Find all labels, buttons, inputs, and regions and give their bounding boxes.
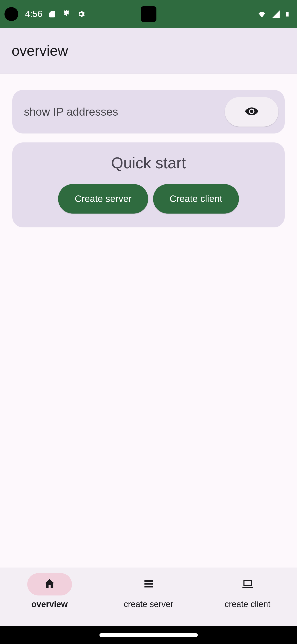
create-client-button[interactable]: Create client — [153, 184, 239, 214]
cell-signal-icon — [272, 10, 281, 18]
gear-bug-icon — [62, 9, 71, 19]
gesture-nav-pill[interactable] — [99, 633, 198, 637]
status-bar: 4:56 — [0, 0, 297, 28]
show-ip-card: show IP addresses — [12, 90, 285, 134]
bottom-nav: overview create server create client — [0, 568, 297, 626]
toggle-ip-visibility-button[interactable] — [225, 97, 279, 126]
eye-icon — [245, 105, 258, 119]
nav-label: create client — [225, 600, 271, 609]
content-area: show IP addresses Quick start Create ser… — [0, 74, 297, 568]
wifi-icon — [256, 10, 268, 18]
quick-start-buttons: Create server Create client — [58, 184, 239, 214]
nav-icon-wrap — [27, 573, 72, 596]
quick-start-card: Quick start Create server Create client — [12, 142, 285, 228]
create-server-button[interactable]: Create server — [58, 184, 148, 214]
gear-small-icon — [77, 10, 85, 18]
nav-item-create-server[interactable]: create server — [99, 573, 198, 626]
quick-start-title: Quick start — [111, 154, 186, 172]
app-bar: overview — [0, 28, 297, 74]
nav-icon-wrap — [225, 573, 270, 596]
status-icons-left — [48, 9, 85, 19]
battery-icon — [285, 9, 290, 19]
gesture-nav-area — [0, 626, 297, 644]
display-notch — [141, 6, 156, 22]
status-time: 4:56 — [25, 9, 42, 19]
page-title: overview — [12, 42, 68, 59]
nav-label: overview — [31, 600, 68, 609]
status-icons-right — [256, 9, 290, 19]
home-icon — [43, 578, 56, 591]
nav-label: create server — [124, 600, 173, 609]
camera-dot — [4, 7, 18, 21]
nav-icon-wrap — [126, 573, 171, 596]
nav-item-overview[interactable]: overview — [0, 573, 99, 626]
list-icon — [142, 578, 155, 591]
laptop-icon — [241, 578, 254, 591]
sd-card-icon — [48, 9, 56, 19]
nav-item-create-client[interactable]: create client — [198, 573, 297, 626]
show-ip-label: show IP addresses — [24, 105, 225, 118]
